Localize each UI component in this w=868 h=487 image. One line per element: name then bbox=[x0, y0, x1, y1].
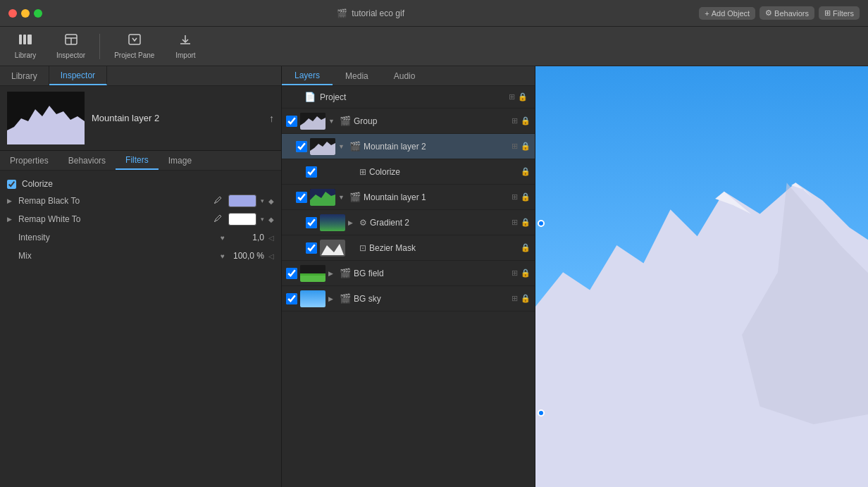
bgfield-checkbox[interactable] bbox=[286, 268, 297, 279]
inspector-header: Mountain layer 2 ↑ bbox=[0, 86, 281, 151]
gradient2-checkbox[interactable] bbox=[306, 217, 317, 228]
add-object-label: Add Object bbox=[712, 9, 750, 18]
add-icon: + bbox=[705, 9, 709, 18]
bezier-lock-icon[interactable]: 🔒 bbox=[521, 243, 531, 252]
add-object-button[interactable]: + Add Object bbox=[699, 7, 755, 20]
window-title-icon: 🎬 bbox=[337, 8, 347, 18]
group-copy-icon[interactable]: ⊞ bbox=[512, 116, 518, 125]
export-button[interactable]: ↑ bbox=[269, 113, 274, 124]
mountain1-expand-icon[interactable]: ▼ bbox=[338, 194, 347, 201]
svg-rect-0 bbox=[19, 35, 22, 44]
layer-project[interactable]: 📄 Project ⊞ 🔒 bbox=[282, 86, 535, 109]
tab-filters[interactable]: Filters bbox=[116, 151, 159, 170]
canvas-content bbox=[535, 66, 868, 487]
layer-mountain-2[interactable]: ▼ 🎬 Mountain layer 2 ⊞ 🔒 bbox=[282, 134, 535, 159]
preview-thumbnail bbox=[7, 92, 85, 144]
bgfield-lock-icon[interactable]: 🔒 bbox=[521, 269, 531, 278]
mix-keyframe-icon[interactable]: ♥ bbox=[221, 252, 225, 260]
intensity-keyframe-icon[interactable]: ♥ bbox=[221, 234, 225, 242]
panel-tabs: Library Inspector bbox=[0, 66, 281, 86]
svg-rect-2 bbox=[27, 35, 32, 44]
project-lock-icon[interactable]: 🔒 bbox=[518, 92, 528, 101]
gradient2-grid-icon[interactable]: ⊞ bbox=[512, 218, 518, 227]
toolbar-library[interactable]: Library bbox=[6, 30, 45, 62]
colorize-checkbox[interactable] bbox=[7, 180, 16, 189]
gradient2-thumbnail bbox=[320, 214, 345, 231]
gradient2-lock-icon[interactable]: 🔒 bbox=[521, 218, 531, 227]
eyedropper-icon bbox=[213, 214, 223, 223]
close-button[interactable] bbox=[8, 9, 17, 18]
filters-button[interactable]: ⊞ Filters bbox=[819, 6, 860, 20]
bgsky-copy-icon[interactable]: ⊞ bbox=[512, 294, 518, 303]
layer-colorize[interactable]: ▶ ⊞ Colorize 🔒 bbox=[282, 159, 535, 185]
main-layout: Library Inspector Mountain layer 2 ↑ bbox=[0, 66, 868, 487]
remap-black-color[interactable] bbox=[228, 195, 256, 207]
intensity-reset-icon[interactable]: ◁ bbox=[268, 234, 274, 242]
expand-remap-black-icon[interactable]: ▶ bbox=[7, 197, 14, 204]
layer-mountain-1[interactable]: ▼ 🎬 Mountain layer 1 ⊞ 🔒 bbox=[282, 185, 535, 210]
selection-handle-top[interactable] bbox=[538, 220, 545, 227]
gradient2-expand-icon[interactable]: ▶ bbox=[348, 219, 356, 226]
bgfield-copy-icon[interactable]: ⊞ bbox=[512, 269, 518, 278]
tab-behaviors[interactable]: Behaviors bbox=[58, 151, 116, 170]
bgsky-expand-icon[interactable]: ▶ bbox=[328, 295, 337, 302]
group-lock-icon[interactable]: 🔒 bbox=[521, 116, 531, 125]
tab-library[interactable]: Library bbox=[0, 66, 49, 85]
remap-white-color[interactable] bbox=[228, 213, 256, 226]
gradient2-actions: ⊞ 🔒 bbox=[512, 218, 531, 227]
colorize-layer-checkbox[interactable] bbox=[306, 166, 317, 178]
mountain1-lock-icon[interactable]: 🔒 bbox=[521, 192, 531, 202]
tab-media[interactable]: Media bbox=[333, 66, 381, 85]
svg-rect-1 bbox=[23, 35, 26, 44]
project-copy-icon[interactable]: ⊞ bbox=[509, 92, 515, 101]
bezier-checkbox[interactable] bbox=[306, 242, 317, 254]
toolbar-inspector[interactable]: Inspector bbox=[48, 30, 94, 62]
layer-bg-sky[interactable]: ▶ 🎬 BG sky ⊞ 🔒 bbox=[282, 286, 535, 312]
remap-white-dropdown-icon[interactable]: ▾ bbox=[261, 216, 264, 223]
layers-icon: ⊞ bbox=[824, 8, 831, 18]
toolbar-project-pane[interactable]: Project Pane bbox=[106, 30, 163, 62]
layer-group[interactable]: ▼ 🎬 Group ⊞ 🔒 bbox=[282, 109, 535, 134]
tab-layers[interactable]: Layers bbox=[282, 66, 333, 85]
toolbar-import[interactable]: Import bbox=[166, 30, 205, 62]
group-expand-icon[interactable]: ▼ bbox=[328, 118, 337, 125]
prop-mix: Mix ♥ 100,0 % ◁ bbox=[0, 247, 281, 265]
mountain2-checkbox[interactable] bbox=[296, 141, 307, 152]
selection-handle-bottom[interactable] bbox=[538, 409, 545, 417]
layer-bg-field[interactable]: ▶ 🎬 BG field ⊞ 🔒 bbox=[282, 261, 535, 286]
remap-black-keyframe-icon[interactable]: ◆ bbox=[268, 197, 274, 205]
mountain1-checkbox[interactable] bbox=[296, 192, 307, 203]
mountain2-lock-icon[interactable]: 🔒 bbox=[521, 142, 531, 151]
layer-gradient-2[interactable]: ▶ ⚙ Gradient 2 ⊞ 🔒 bbox=[282, 210, 535, 235]
mountain2-copy-icon[interactable]: ⊞ bbox=[512, 142, 518, 151]
behaviors-button[interactable]: ⚙ Behaviors bbox=[760, 6, 814, 20]
project-pane-icon bbox=[128, 33, 142, 49]
expand-remap-white-icon[interactable]: ▶ bbox=[7, 216, 14, 223]
bgfield-thumbnail bbox=[300, 265, 326, 282]
mix-reset-icon[interactable]: ◁ bbox=[268, 252, 274, 260]
mountain1-copy-icon[interactable]: ⊞ bbox=[512, 192, 518, 202]
bgfield-expand-icon[interactable]: ▶ bbox=[328, 270, 337, 277]
colorize-layer-name: Colorize bbox=[369, 167, 518, 177]
remap-black-dropdown-icon[interactable]: ▾ bbox=[261, 197, 264, 204]
mountain2-expand-icon[interactable]: ▼ bbox=[338, 143, 347, 150]
remap-white-eyedropper[interactable] bbox=[211, 214, 224, 226]
intensity-value[interactable]: 1,0 bbox=[229, 233, 264, 242]
mountain1-movie-icon: 🎬 bbox=[349, 192, 361, 202]
bgsky-lock-icon[interactable]: 🔒 bbox=[521, 294, 531, 303]
tab-properties[interactable]: Properties bbox=[0, 151, 58, 170]
group-checkbox[interactable] bbox=[286, 116, 297, 127]
remap-black-eyedropper[interactable] bbox=[211, 195, 224, 207]
mix-value[interactable]: 100,0 % bbox=[229, 251, 264, 261]
maximize-button[interactable] bbox=[34, 9, 42, 18]
tab-audio[interactable]: Audio bbox=[381, 66, 428, 85]
canvas-area[interactable] bbox=[535, 66, 868, 487]
minimize-button[interactable] bbox=[21, 9, 30, 18]
tab-image[interactable]: Image bbox=[159, 151, 202, 170]
tab-inspector[interactable]: Inspector bbox=[49, 66, 107, 85]
gradient2-name: Gradient 2 bbox=[370, 218, 509, 228]
bgsky-checkbox[interactable] bbox=[286, 293, 297, 304]
layer-bezier-mask[interactable]: ▶ ⊡ Bezier Mask 🔒 bbox=[282, 235, 535, 261]
remap-white-keyframe-icon[interactable]: ◆ bbox=[268, 216, 274, 223]
colorize-lock-icon[interactable]: 🔒 bbox=[521, 167, 531, 176]
